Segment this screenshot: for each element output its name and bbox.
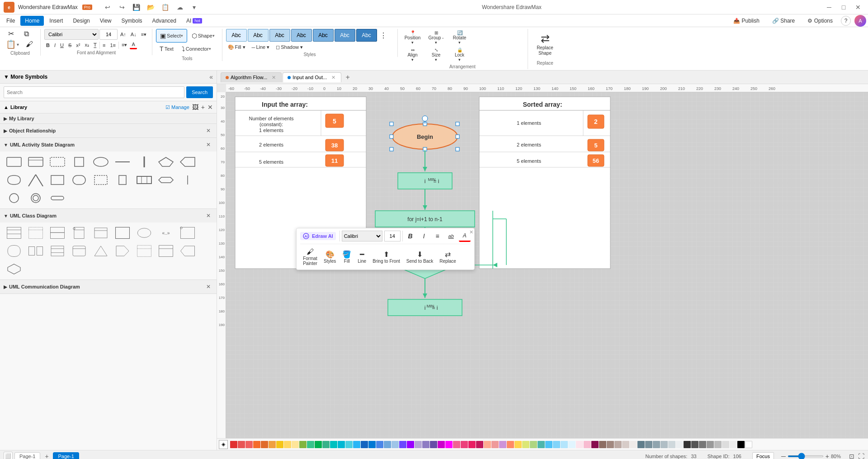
fill-button[interactable]: 🎨 Fill ▾ <box>226 43 247 51</box>
group-button[interactable]: ⊞ Group - ▾ <box>425 29 448 46</box>
align-button[interactable]: ⇔ Align ▾ <box>401 46 424 63</box>
align-button[interactable]: ≡▾ <box>120 41 129 49</box>
color-swatch[interactable] <box>607 441 614 448</box>
color-swatch[interactable] <box>422 441 429 448</box>
style-swatch-6[interactable]: Abc <box>335 29 355 42</box>
shape-item[interactable] <box>25 224 46 241</box>
style-swatch-5[interactable]: Abc <box>313 29 334 42</box>
uml-class-header[interactable]: ▼ UML Class Diagram ✕ <box>0 209 217 222</box>
color-swatch[interactable] <box>376 441 383 448</box>
color-swatch[interactable] <box>660 441 668 448</box>
color-swatch[interactable] <box>230 441 237 448</box>
connector-button[interactable]: ⤵ Connector ▾ <box>178 43 215 55</box>
color-swatch[interactable] <box>491 441 499 448</box>
color-swatch[interactable] <box>438 441 445 448</box>
color-swatch[interactable] <box>514 441 522 448</box>
manage-link[interactable]: ☑ Manage <box>165 104 189 110</box>
color-swatch[interactable] <box>591 441 599 448</box>
position-button[interactable]: 📍 Position ▾ <box>401 29 424 46</box>
my-library-header[interactable]: ▶ My Library <box>0 114 217 123</box>
size-button[interactable]: ⤡ Size ▾ <box>425 46 448 63</box>
shape-item[interactable] <box>177 153 198 170</box>
shape-item[interactable] <box>25 171 46 189</box>
focus-button[interactable]: Focus <box>752 452 774 459</box>
uml-comm-header[interactable]: ▶ UML Communication Diagram ✕ <box>0 280 217 293</box>
shape-item[interactable] <box>4 242 24 260</box>
shape-item[interactable] <box>47 171 68 189</box>
color-swatch[interactable] <box>315 441 322 448</box>
ft-format-painter-button[interactable]: 🖌 Format Painter <box>300 246 320 268</box>
ft-fill-button[interactable]: 🪣 Fill <box>340 248 354 265</box>
tab-algorithm-flow[interactable]: Algorithm Flow... ✕ <box>221 72 282 82</box>
color-swatch[interactable] <box>261 441 268 448</box>
color-swatch[interactable] <box>538 441 545 448</box>
color-swatch[interactable] <box>345 441 353 448</box>
shape-item[interactable] <box>177 171 198 189</box>
superscript-button[interactable]: x² <box>74 42 82 49</box>
menu-file[interactable]: File <box>2 16 19 26</box>
italic-button[interactable]: I <box>52 42 57 49</box>
shape-item[interactable] <box>25 242 46 260</box>
fill-mode-button[interactable]: ◈ <box>219 440 228 449</box>
color-swatch[interactable] <box>299 441 307 448</box>
color-swatch[interactable] <box>415 441 422 448</box>
menu-symbols[interactable]: Symbols <box>117 16 147 26</box>
shadow-button[interactable]: ◻ Shadow ▾ <box>274 43 305 51</box>
ft-font-size[interactable] <box>384 231 401 241</box>
color-swatch[interactable] <box>545 441 552 448</box>
obj-rel-close[interactable]: ✕ <box>204 126 213 135</box>
color-swatch[interactable] <box>276 441 283 448</box>
maximize-button[interactable]: □ <box>837 3 850 12</box>
redo-button[interactable]: ↪ <box>116 3 128 12</box>
ft-underline-ab-button[interactable]: ab <box>445 230 457 242</box>
minimize-button[interactable]: ─ <box>823 3 835 12</box>
menu-advanced[interactable]: Advanced <box>148 16 181 26</box>
shape-item[interactable] <box>90 153 111 170</box>
ft-bold-button[interactable]: B <box>405 230 416 242</box>
color-swatch[interactable] <box>407 441 414 448</box>
uml-activity-close[interactable]: ✕ <box>204 140 213 149</box>
shape-item[interactable] <box>134 224 155 241</box>
zoom-slider[interactable] <box>788 455 824 457</box>
open-button[interactable]: 📂 <box>145 3 157 12</box>
color-swatch[interactable] <box>392 441 399 448</box>
account-avatar[interactable]: A <box>854 15 866 27</box>
color-swatch[interactable] <box>599 441 606 448</box>
uml-class-close[interactable]: ✕ <box>204 211 213 220</box>
color-swatch[interactable] <box>284 441 291 448</box>
fullscreen-button[interactable]: ⛶ <box>858 453 864 459</box>
shape-item[interactable] <box>4 171 24 189</box>
color-swatch[interactable] <box>576 441 583 448</box>
clear-format-button[interactable]: T̲ <box>92 41 99 49</box>
tab-input-output[interactable]: Input and Out... ✕ <box>283 72 341 82</box>
panel-collapse-button[interactable]: « <box>209 73 213 80</box>
color-swatch[interactable] <box>722 441 729 448</box>
style-swatch-4[interactable]: Abc <box>291 29 312 42</box>
ft-close-button[interactable]: ✕ <box>469 229 473 235</box>
shape-item[interactable] <box>25 189 46 207</box>
ft-replace-button[interactable]: ⇄ Replace <box>437 248 459 265</box>
uml-activity-header[interactable]: ▼ UML Activity State Diagram ✕ <box>0 138 217 151</box>
color-swatch[interactable] <box>245 441 253 448</box>
page-1-active-tab[interactable]: Page-1 <box>53 452 79 459</box>
zoom-in-button[interactable]: + <box>826 453 829 459</box>
menu-design[interactable]: Design <box>68 16 94 26</box>
rotate-button[interactable]: 🔄 Rotate ▾ <box>448 29 471 46</box>
shape-item[interactable] <box>47 242 68 260</box>
shape-item[interactable] <box>134 171 155 189</box>
color-swatch[interactable] <box>353 441 360 448</box>
shape-item[interactable] <box>4 260 24 278</box>
color-swatch[interactable] <box>684 441 691 448</box>
search-button[interactable]: Search <box>186 86 213 98</box>
color-swatch[interactable] <box>453 441 460 448</box>
page-1-tab[interactable]: Page-1 <box>14 452 40 459</box>
font-color-button[interactable]: A <box>130 41 137 49</box>
menu-view[interactable]: View <box>95 16 116 26</box>
menu-insert[interactable]: Insert <box>45 16 67 26</box>
color-swatch[interactable] <box>322 441 330 448</box>
shape-item[interactable] <box>112 171 133 189</box>
subscript-button[interactable]: x₂ <box>83 41 91 49</box>
color-swatch[interactable] <box>238 441 245 448</box>
ft-styles-button[interactable]: 🎨 Styles <box>321 248 339 265</box>
paste-dropdown[interactable]: ▾ <box>17 42 19 47</box>
